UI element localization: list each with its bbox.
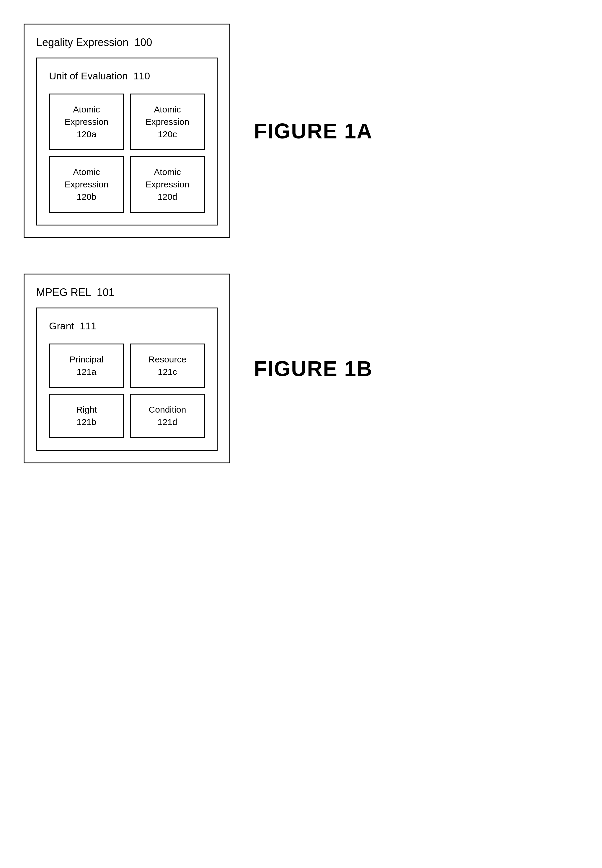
cell-120a-line3: 120a bbox=[77, 129, 97, 139]
grant-number-text: 111 bbox=[80, 320, 97, 331]
legality-expression-title: Legality Expression 100 bbox=[36, 36, 218, 49]
figure-1a-row: Legality Expression 100 Unit of Evaluati… bbox=[24, 24, 578, 238]
cell-121b-line1: Right bbox=[76, 405, 97, 414]
unit-of-evaluation-box: Unit of Evaluation 110 Atomic Expression… bbox=[36, 58, 218, 225]
cell-121c-line1: Resource bbox=[149, 354, 186, 364]
cell-121a-line1: Principal bbox=[69, 354, 103, 364]
cell-121d-line3: 121d bbox=[158, 417, 177, 427]
cell-120d-line2: Expression bbox=[146, 179, 189, 189]
inner-number-text: 110 bbox=[133, 70, 150, 81]
cell-120a: Atomic Expression 120a bbox=[49, 94, 124, 150]
figure-1a-label: FIGURE 1A bbox=[254, 119, 373, 143]
cell-121d-line1: Condition bbox=[149, 405, 186, 414]
figure-1b-label: FIGURE 1B bbox=[254, 357, 373, 381]
cell-121d: Condition 121d bbox=[130, 394, 205, 438]
outer-number-text: 100 bbox=[134, 36, 152, 48]
mpeg-rel-box: MPEG REL 101 Grant 111 Principal 121a bbox=[24, 274, 230, 463]
unit-of-evaluation-title: Unit of Evaluation 110 bbox=[49, 70, 205, 82]
outer-title-text: Legality Expression bbox=[36, 36, 128, 48]
cell-121c: Resource 121c bbox=[130, 344, 205, 388]
page-container: Legality Expression 100 Unit of Evaluati… bbox=[12, 12, 590, 475]
grant-elements-grid: Principal 121a Resource 121c Right bbox=[49, 344, 205, 438]
mpeg-rel-title-text: MPEG REL bbox=[36, 286, 91, 298]
cell-120b-line2: Expression bbox=[64, 179, 108, 189]
cell-120b-line1: Atomic bbox=[73, 167, 100, 177]
cell-121c-line3: 121c bbox=[158, 367, 177, 377]
mpeg-rel-number-text: 101 bbox=[97, 286, 115, 298]
inner-title-text: Unit of Evaluation bbox=[49, 70, 128, 81]
cell-121a-line3: 121a bbox=[77, 367, 97, 377]
cell-121b-line3: 121b bbox=[77, 417, 97, 427]
cell-120c-line3: 120c bbox=[158, 129, 177, 139]
cell-120c-line2: Expression bbox=[146, 117, 189, 127]
cell-120d-line1: Atomic bbox=[154, 167, 181, 177]
cell-120b-line3: 120b bbox=[77, 192, 97, 202]
cell-120a-line1: Atomic bbox=[73, 104, 100, 114]
grant-box: Grant 111 Principal 121a Resource 121c bbox=[36, 308, 218, 451]
cell-120b: Atomic Expression 120b bbox=[49, 156, 124, 213]
legality-expression-box: Legality Expression 100 Unit of Evaluati… bbox=[24, 24, 230, 238]
cell-120c: Atomic Expression 120c bbox=[130, 94, 205, 150]
cell-120d-line3: 120d bbox=[158, 192, 177, 202]
atomic-expressions-grid: Atomic Expression 120a Atomic Expression… bbox=[49, 94, 205, 213]
cell-121a: Principal 121a bbox=[49, 344, 124, 388]
grant-title: Grant 111 bbox=[49, 320, 205, 332]
cell-120a-line2: Expression bbox=[64, 117, 108, 127]
cell-120c-line1: Atomic bbox=[154, 104, 181, 114]
mpeg-rel-title: MPEG REL 101 bbox=[36, 286, 218, 299]
cell-120d: Atomic Expression 120d bbox=[130, 156, 205, 213]
figure-1b-row: MPEG REL 101 Grant 111 Principal 121a bbox=[24, 274, 578, 463]
cell-121b: Right 121b bbox=[49, 394, 124, 438]
grant-title-text: Grant bbox=[49, 320, 74, 331]
